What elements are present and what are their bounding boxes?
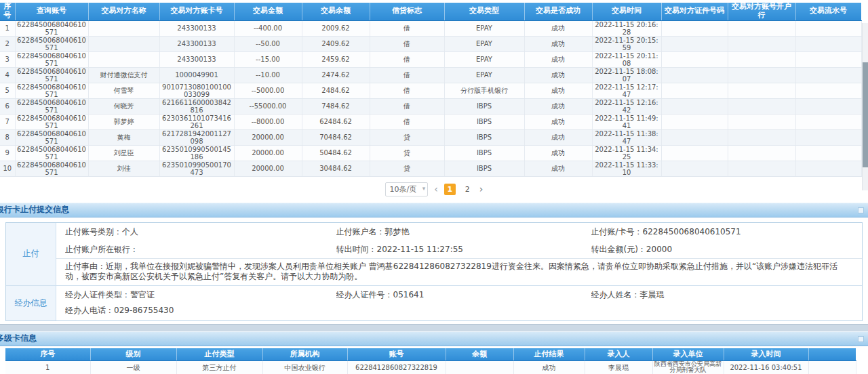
pagination: 10条/页 ▾ ‹ 1 2 › bbox=[0, 181, 868, 199]
cell-txn-type: IBPS bbox=[444, 129, 524, 145]
cell-counterparty-name: 郭梦婷 bbox=[88, 114, 159, 129]
page-size-select[interactable]: 10条/页 ▾ bbox=[385, 182, 429, 196]
cell-counterparty-bank bbox=[728, 36, 795, 51]
cell-debit-credit-flag: 借 bbox=[370, 67, 444, 83]
cell-counterparty-name: 何雪琴 bbox=[88, 83, 159, 98]
column-header: 交易对方账号开户行 bbox=[728, 3, 795, 20]
collapse-icon[interactable] bbox=[858, 336, 864, 342]
cell-balance: 2474.62 bbox=[302, 67, 370, 83]
scrollbar-thumb[interactable] bbox=[863, 62, 868, 167]
cell-time: 2022-11-15 12:17:47 bbox=[592, 83, 661, 98]
cell-counterparty-bank bbox=[728, 98, 795, 114]
cell-counterparty-name: 黄梅 bbox=[88, 129, 159, 145]
cell-entry-person: 李晨琨 bbox=[585, 361, 652, 374]
cell-serial-no bbox=[795, 98, 861, 114]
cell-amount: --8000.00 bbox=[234, 114, 302, 129]
column-header: 余额 bbox=[446, 348, 513, 361]
column-header: 序号 bbox=[5, 348, 90, 361]
cell-counterparty-card: 243300133 bbox=[159, 20, 234, 36]
cell-query-account: 6228450068040610571 bbox=[15, 36, 88, 51]
collapse-icon[interactable] bbox=[858, 207, 864, 213]
cell-success: 成功 bbox=[524, 51, 592, 67]
cell-amount: --5000.00 bbox=[234, 83, 302, 98]
column-header: 借贷标志 bbox=[370, 3, 444, 20]
column-header: 交易余额 bbox=[302, 3, 370, 20]
field-handler-phone: 经办人电话：029-86755430 bbox=[65, 303, 336, 318]
cell-query-account: 6228450068040610571 bbox=[15, 83, 88, 98]
cell-seq: 6 bbox=[0, 98, 15, 114]
page-button-2[interactable]: 2 bbox=[462, 184, 473, 195]
column-header: 序号 bbox=[0, 3, 15, 20]
cell-counterparty-id bbox=[661, 67, 728, 83]
cell-amount: 20000.00 bbox=[234, 161, 302, 176]
cell-balance: 70484.62 bbox=[302, 129, 370, 145]
column-header: 交易对方名称 bbox=[88, 3, 159, 20]
cell-txn-type: IBPS bbox=[444, 114, 524, 129]
cell-debit-credit-flag: 贷 bbox=[370, 129, 444, 145]
cell-counterparty-name: 刘星臣 bbox=[88, 145, 159, 161]
cell-counterparty-card: 243300133 bbox=[159, 36, 234, 51]
stop-payment-fields: 止付账号类别：个人 止付账户名：郭梦艳 止付账/卡号：6228450068040… bbox=[56, 223, 862, 285]
cell-debit-credit-flag: 借 bbox=[370, 98, 444, 114]
table-row: 4 6228450068040610571 财付通微信支付 1000049901… bbox=[0, 67, 861, 83]
cell-seq: 2 bbox=[0, 36, 15, 51]
field-card-number: 止付账/卡号：6228450068040610571 bbox=[591, 223, 863, 241]
cell-query-account: 6228450068040610571 bbox=[15, 129, 88, 145]
cell-seq: 9 bbox=[0, 145, 15, 161]
table-row: 5 6228450068040610571 何雪琴 90107130801001… bbox=[0, 83, 861, 98]
cell-amount: 20000.00 bbox=[234, 145, 302, 161]
field-account-type: 止付账号类别：个人 bbox=[65, 223, 336, 241]
cell-counterparty-card: 6230361101073416261 bbox=[159, 114, 234, 129]
cell-account: 6228412860827322819 bbox=[347, 361, 446, 374]
cell-counterparty-name: 何晓芳 bbox=[88, 98, 159, 114]
stop-payment-row: 止付 止付账号类别：个人 止付账户名：郭梦艳 止付账/卡号：6228450068… bbox=[6, 223, 862, 285]
cell-seq: 8 bbox=[0, 129, 15, 145]
column-header: 所属机构 bbox=[262, 348, 347, 361]
cell-balance: 2409.62 bbox=[302, 36, 370, 51]
cell-counterparty-id bbox=[661, 51, 728, 67]
column-header: 交易金额 bbox=[234, 3, 302, 20]
cell-counterparty-bank bbox=[728, 161, 795, 176]
cell-debit-credit-flag: 借 bbox=[370, 114, 444, 129]
cell-txn-type: IBPS bbox=[444, 98, 524, 114]
cell-success: 成功 bbox=[524, 36, 592, 51]
cell-counterparty-id bbox=[661, 83, 728, 98]
cell-debit-credit-flag: 借 bbox=[370, 51, 444, 67]
cell-txn-type: EPAY bbox=[444, 51, 524, 67]
cell-counterparty-id bbox=[661, 36, 728, 51]
cell-level: 一级 bbox=[90, 361, 176, 374]
multi-card-header-row: 序号级别止付类型所属机构账号余额止付结果录入人录入单位录入时间 bbox=[5, 348, 856, 361]
cell-debit-credit-flag: 借 bbox=[370, 20, 444, 36]
next-page-button[interactable]: › bbox=[479, 184, 484, 195]
cell-time: 2022-11-15 12:16:42 bbox=[592, 98, 661, 114]
prev-page-button[interactable]: ‹ bbox=[434, 184, 438, 195]
field-account-name: 止付账户名：郭梦艳 bbox=[336, 223, 591, 241]
cell-seq: 3 bbox=[0, 51, 15, 67]
cell-amount: --10.00 bbox=[234, 67, 302, 83]
cell-success: 成功 bbox=[524, 83, 592, 98]
cell-serial-no bbox=[795, 20, 861, 36]
cell-serial-no bbox=[795, 145, 861, 161]
transaction-table-region: 序号查询账号交易对方名称交易对方账卡号交易金额交易余额借贷标志交易类型交易是否成… bbox=[0, 3, 868, 177]
cell-counterparty-bank bbox=[728, 67, 795, 83]
vertical-scrollbar[interactable] bbox=[862, 23, 868, 190]
row-label: 止付 bbox=[6, 223, 56, 285]
field-account-bank: 止付账户所在银行： bbox=[65, 241, 336, 258]
cell-entry-time: 2022-11-16 03:40:51 bbox=[724, 361, 808, 374]
cell-query-account: 6228450068040610571 bbox=[15, 98, 88, 114]
column-header: 交易对方证件号码 bbox=[661, 3, 728, 20]
cell-txn-type: IBPS bbox=[444, 145, 524, 161]
cell-counterparty-id bbox=[661, 161, 728, 176]
section-divider bbox=[0, 324, 868, 331]
cell-counterparty-bank bbox=[728, 145, 795, 161]
cell-query-account: 6228450068040610571 bbox=[15, 67, 88, 83]
cell-balance: 62484.62 bbox=[302, 114, 370, 129]
cell-time: 2022-11-15 18:08:07 bbox=[592, 67, 661, 83]
cell-counterparty-bank bbox=[728, 51, 795, 67]
cell-success: 成功 bbox=[524, 98, 592, 114]
page-button-1[interactable]: 1 bbox=[444, 184, 456, 195]
chevron-down-icon: ▾ bbox=[422, 185, 426, 192]
cell-stop-type: 第三方止付 bbox=[176, 361, 262, 374]
column-header: 交易是否成功 bbox=[524, 3, 592, 20]
cell-debit-credit-flag: 借 bbox=[370, 36, 444, 51]
